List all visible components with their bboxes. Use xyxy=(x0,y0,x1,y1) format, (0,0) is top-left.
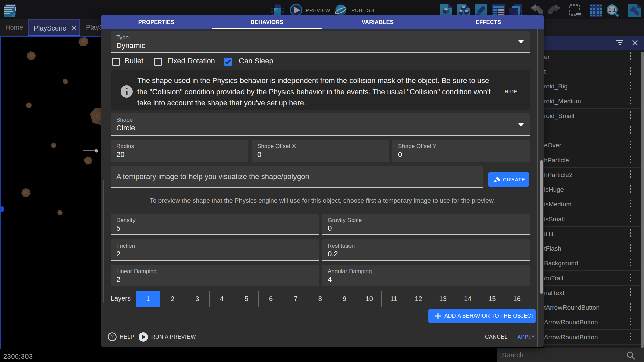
svg-text:PUBLISH: PUBLISH xyxy=(351,7,374,13)
svg-text:1:1: 1:1 xyxy=(608,7,616,13)
svg-text:PREVIEW: PREVIEW xyxy=(306,7,330,13)
svg-text:?: ? xyxy=(111,334,114,340)
